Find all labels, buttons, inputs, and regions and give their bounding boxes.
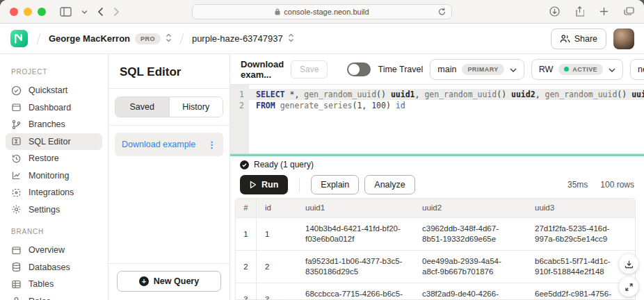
browser-window: console-stage.neon.build [0, 0, 644, 300]
page-title: SQL Editor [108, 54, 230, 88]
query-title: Download exam... [241, 59, 284, 80]
sidebar-item-label: SQL Editor [29, 137, 71, 147]
sidebar-item-overview[interactable]: Overview [6, 242, 102, 259]
kebab-menu-icon[interactable]: ⋮ [207, 140, 216, 150]
sidebar-item-label: Integrations [29, 188, 74, 197]
project-caret-icon [288, 33, 294, 44]
sql-editor-icon [11, 136, 22, 147]
play-icon [250, 181, 257, 189]
forward-button[interactable] [113, 7, 120, 17]
project-name: purple-haze-63747937 [192, 33, 283, 44]
account-selector[interactable]: George MacKerron PRO [49, 33, 172, 44]
sidebar-section-project: PROJECT [11, 68, 102, 76]
table-row: 3 3 68ccbcca-7715-4266-b6c5-9f7a14ea6e5e… [236, 283, 635, 300]
sidebar-item-label: Roles [29, 297, 51, 300]
browser-chrome: console-stage.neon.build [0, 0, 644, 24]
explain-button[interactable]: Explain [311, 175, 359, 194]
share-page-icon[interactable] [575, 6, 584, 17]
run-button[interactable]: Run [240, 175, 288, 194]
neon-logo[interactable] [10, 29, 29, 48]
sidebar-item-roles[interactable]: Roles [6, 293, 102, 300]
downloads-icon[interactable] [549, 6, 560, 17]
new-query-button[interactable]: + New Query [117, 271, 221, 292]
branch-select[interactable]: main PRIMARY [430, 59, 524, 80]
actions-row: Run Explain Analyze 35ms 100 rows [230, 172, 644, 198]
saved-query-item[interactable]: Download example ⋮ [115, 133, 223, 156]
save-button[interactable]: Save [291, 60, 328, 78]
sidebar-item-label: Quickstart [29, 85, 67, 95]
sidebar-chevron-down-icon[interactable] [81, 10, 88, 14]
database-select[interactable]: neondb [630, 59, 644, 80]
sidebar-item-databases[interactable]: Databases [6, 259, 102, 276]
editor-toolbar: Download exam... Save Time Travel main P… [230, 54, 644, 85]
uuid3-cell: 27d1f2fa-5235-416d-997a-6b29c5e14cc9 [526, 218, 635, 250]
sidebar: PROJECT Quickstart Dashboard Branches SQ… [0, 54, 108, 300]
queries-panel: SQL Editor Saved History Download exampl… [108, 54, 230, 300]
project-selector[interactable]: purple-haze-63747937 [192, 33, 294, 44]
people-icon [560, 34, 570, 43]
uuid1-cell: 68ccbcca-7715-4266-b6c5-9f7a14ea6e5e [297, 283, 414, 300]
share-button[interactable]: Share [551, 28, 606, 49]
user-avatar[interactable] [613, 28, 634, 49]
databases-icon [11, 262, 22, 272]
code-line-2[interactable]: FROM generate_series(1, 100) id [249, 100, 644, 111]
analyze-button[interactable]: Analyze [364, 175, 414, 194]
back-button[interactable] [97, 7, 104, 17]
sidebar-item-label: Settings [29, 205, 60, 215]
time-travel-label: Time Travel [378, 65, 423, 74]
sidebar-item-dashboard[interactable]: Dashboard [6, 99, 102, 117]
uuid2-cell: c38f2ad9-de40-4266-a918-ae947c732ed0 [414, 283, 526, 300]
sidebar-item-branches[interactable]: Branches [6, 116, 102, 133]
column-header: # [236, 199, 257, 217]
browser-sidebar-icon[interactable] [60, 7, 72, 17]
ready-check-icon [240, 160, 249, 169]
sidebar-item-restore[interactable]: Restore [6, 150, 102, 167]
new-tab-icon[interactable] [599, 7, 609, 16]
account-caret-icon [166, 33, 172, 44]
active-status-dot [564, 67, 569, 72]
sql-code-editor[interactable]: 1 2 SELECT *, gen_random_uuid() uuid1, g… [230, 85, 644, 153]
compute-select[interactable]: RW ACTIVE [531, 59, 623, 80]
integrations-icon [11, 188, 22, 198]
table-row: 1 1 140b3b4d-6421-41fd-bf20-f03e6b0a012f… [236, 217, 635, 250]
download-results-button[interactable] [619, 254, 638, 274]
status-text: Ready (1 query) [254, 160, 314, 169]
close-window-button[interactable] [10, 8, 18, 16]
row-number-cell: 2 [236, 251, 257, 283]
tab-history[interactable]: History [169, 97, 223, 117]
primary-badge: PRIMARY [462, 64, 504, 75]
query-duration: 35ms [567, 180, 588, 190]
code-line-1[interactable]: SELECT *, gen_random_uuid() uuid1, gen_r… [249, 89, 644, 100]
address-bar[interactable]: console-stage.neon.build [192, 4, 452, 19]
chevron-down-icon [609, 65, 615, 74]
id-cell: 1 [257, 218, 297, 250]
breadcrumb-divider [179, 33, 184, 44]
zoom-window-button[interactable] [38, 8, 46, 16]
breadcrumb-divider [36, 33, 41, 44]
sidebar-item-settings[interactable]: Settings [6, 201, 102, 219]
url-text: console-stage.neon.build [284, 8, 369, 16]
id-cell: 2 [257, 251, 297, 283]
resize-handle[interactable] [230, 153, 644, 156]
result-row-count: 100 rows [600, 180, 634, 190]
tab-saved[interactable]: Saved [115, 97, 169, 117]
minimize-window-button[interactable] [24, 8, 32, 16]
compute-select-value: RW [539, 65, 554, 74]
account-name: George MacKerron [49, 33, 130, 44]
time-travel-toggle[interactable] [347, 62, 371, 76]
uuid1-cell: 140b3b4d-6421-41fd-bf20-f03e6b0a012f [297, 218, 414, 250]
reload-icon[interactable] [438, 8, 446, 16]
sidebar-item-sql-editor[interactable]: SQL Editor [6, 133, 102, 151]
sidebar-item-integrations[interactable]: Integrations [6, 184, 102, 201]
sidebar-item-tables[interactable]: Tables [6, 276, 102, 293]
results-table: # id uuid1 uuid2 uuid3 1 1 140b3b4d-6421… [235, 198, 636, 300]
lock-icon [275, 8, 280, 15]
sidebar-item-label: Monitoring [29, 171, 69, 181]
tab-overview-icon[interactable] [624, 7, 634, 16]
restore-icon [11, 153, 22, 164]
sidebar-item-monitoring[interactable]: Monitoring [6, 167, 102, 185]
actions-divider [299, 177, 300, 192]
column-header: uuid1 [297, 199, 414, 217]
expand-results-button[interactable] [619, 277, 638, 297]
sidebar-item-quickstart[interactable]: Quickstart [6, 82, 102, 99]
